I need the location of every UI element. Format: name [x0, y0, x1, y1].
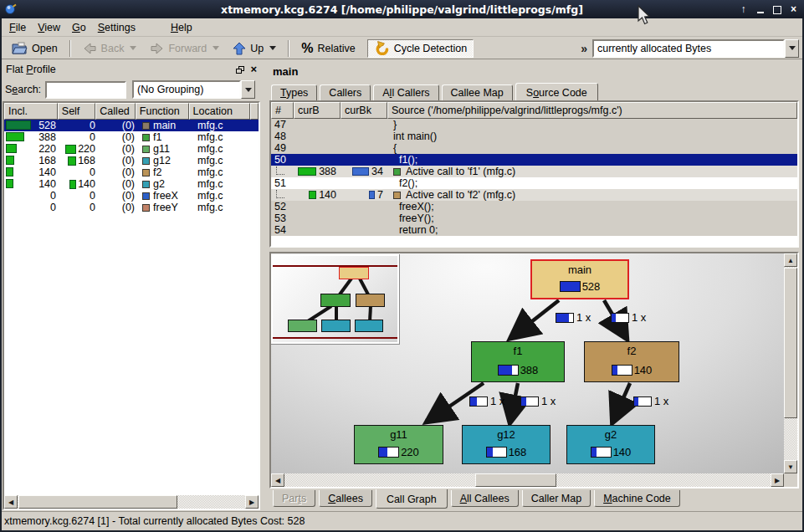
source-row-selected[interactable]: 50 f1(); [271, 154, 797, 166]
column-header-location[interactable]: Location [189, 103, 250, 120]
chevron-down-icon [789, 46, 796, 50]
cycle-detection-button[interactable]: Cycle Detection [367, 39, 474, 58]
tab-types[interactable]: Types [271, 84, 317, 101]
node-value: 168 [509, 446, 527, 458]
minimize-button[interactable] [755, 0, 766, 18]
table-row-g11[interactable]: 220 220 (0) g11 mfg.c [4, 143, 259, 155]
source-row[interactable]: 52 freeX(); [271, 201, 797, 212]
menubar: File View Go Settings Help [0, 18, 804, 37]
shade-button[interactable]: ↑ [738, 0, 749, 18]
cost-bar [612, 365, 632, 376]
graph-node-g12[interactable]: g12 168 [462, 425, 551, 464]
back-dropdown-icon [130, 46, 136, 50]
close-button[interactable]: × [788, 0, 799, 18]
column-header-line[interactable]: # [271, 102, 294, 119]
column-header-function[interactable]: Function [136, 103, 189, 120]
float-panel-icon[interactable] [236, 66, 244, 74]
function-color-swatch [142, 122, 150, 130]
column-header-incl[interactable]: Incl. [4, 103, 58, 120]
column-header-curB[interactable]: curB [294, 102, 341, 119]
metric-select[interactable]: currently allocated Bytes [592, 39, 799, 58]
column-header-self[interactable]: Self [58, 103, 96, 120]
source-row[interactable]: 49 { [271, 142, 797, 154]
window-border [0, 18, 2, 532]
graph-overview[interactable] [271, 254, 400, 345]
table-row-f1[interactable]: 388 0 (0) f1 mfg.c [4, 131, 259, 143]
graph-vscrollbar[interactable]: ▲ ▼ [784, 253, 797, 473]
menu-help[interactable]: Help [165, 20, 198, 35]
source-row[interactable]: 51 f2(); [271, 177, 797, 189]
tab-source-code[interactable]: Source Code [515, 83, 598, 102]
graph-hscrollbar[interactable]: ◀ ▶ [271, 473, 784, 487]
source-row[interactable]: 53 freeY(); [271, 212, 797, 224]
graph-node-main[interactable]: main 528 [530, 259, 629, 299]
overview-node-f1 [320, 294, 351, 307]
tab-caller-map[interactable]: Caller Map [522, 490, 591, 507]
open-folder-icon [11, 42, 28, 55]
count-bar-icon [352, 167, 369, 176]
call-graph-canvas[interactable]: main 528 f1 388 f2 140 g11 220 g12 168 g… [271, 253, 784, 473]
column-header-called[interactable]: Called [95, 103, 135, 120]
forward-arrow-icon [150, 42, 164, 55]
source-row[interactable]: 48 int main() [271, 130, 797, 142]
function-color-swatch [142, 157, 150, 165]
edge-label-main-f2: 1 x [611, 311, 646, 324]
close-panel-icon[interactable]: × [250, 65, 257, 74]
function-color-swatch [142, 134, 150, 141]
tab-all-callers[interactable]: All Callers [373, 84, 438, 101]
graph-node-f1[interactable]: f1 388 [471, 341, 565, 382]
relative-button[interactable]: % Relative [294, 39, 361, 58]
open-button[interactable]: Open [4, 39, 64, 58]
menu-go[interactable]: Go [66, 20, 92, 35]
graph-node-g2[interactable]: g2 140 [566, 425, 655, 464]
grouping-select-value: (No Grouping) [137, 84, 203, 95]
table-row-main[interactable]: 528 0 (0) main mfg.c [4, 120, 259, 131]
tab-callee-map[interactable]: Callee Map [442, 84, 513, 101]
node-value: 140 [634, 364, 653, 376]
up-dropdown-icon [269, 46, 276, 50]
window-titlebar[interactable]: xtmemory.kcg.6274 [/home/philippe/valgri… [0, 0, 804, 18]
menu-view[interactable]: View [32, 20, 66, 35]
grouping-select[interactable]: (No Grouping) [132, 80, 255, 99]
overview-node-main [339, 267, 369, 279]
scroll-left-icon: ◀ [271, 473, 284, 487]
tab-callers[interactable]: Callers [320, 84, 371, 101]
function-color-swatch [142, 181, 150, 188]
source-row[interactable]: 54 return 0; [271, 224, 797, 236]
tab-machine-code[interactable]: Machine Code [594, 490, 680, 507]
cost-bar [486, 447, 507, 458]
source-call-row[interactable]: 140 7 Active call to 'f2' (mfg.c) [271, 189, 797, 201]
up-button[interactable]: Up [226, 39, 283, 58]
count-bar-icon [369, 191, 375, 199]
menu-settings[interactable]: Settings [92, 20, 141, 35]
maximize-button[interactable] [771, 0, 782, 18]
forward-button[interactable]: Forward [143, 39, 226, 58]
column-header-source[interactable]: Source ('/home/philippe/valgrind/littlep… [387, 102, 797, 119]
tab-callees[interactable]: Callees [319, 490, 372, 507]
back-button[interactable]: Back [76, 39, 144, 58]
menu-file[interactable]: File [3, 20, 32, 35]
table-row-g12[interactable]: 168 168 (0) g12 mfg.c [4, 155, 259, 166]
vertical-splitter[interactable] [260, 60, 269, 511]
tab-call-graph[interactable]: Call Graph [376, 489, 448, 509]
table-row-freeX[interactable]: 0 0 (0) freeX mfg.c [4, 190, 259, 202]
toolbar-separator [288, 40, 289, 57]
source-call-row[interactable]: 388 34 Active call to 'f1' (mfg.c) [271, 166, 797, 177]
table-row-g2[interactable]: 140 140 (0) g2 mfg.c [4, 178, 259, 190]
search-input[interactable] [45, 81, 126, 99]
graph-node-f2[interactable]: f2 140 [584, 341, 679, 382]
column-header-curBk[interactable]: curBk [341, 102, 387, 119]
graph-node-g11[interactable]: g11 220 [354, 425, 443, 464]
tab-all-callees[interactable]: All Callees [451, 490, 519, 507]
mouse-cursor [638, 5, 653, 27]
scroll-down-icon: ▼ [784, 460, 797, 473]
app-window: { "window": { "title": "xtmemory.kcg.627… [0, 0, 804, 532]
source-row[interactable]: 47 } [271, 119, 797, 130]
toolbar-overflow-chevron[interactable]: » [581, 42, 587, 55]
table-row-f2[interactable]: 140 0 (0) f2 mfg.c [4, 166, 259, 178]
search-label: Search: [5, 84, 41, 95]
overview-node-g11 [288, 320, 317, 332]
edge-label-f1-g11: 1 x [469, 395, 504, 407]
flat-profile-hscrollbar[interactable]: ◀ ▶ [4, 495, 259, 509]
table-row-freeY[interactable]: 0 0 (0) freeY mfg.c [4, 202, 259, 213]
